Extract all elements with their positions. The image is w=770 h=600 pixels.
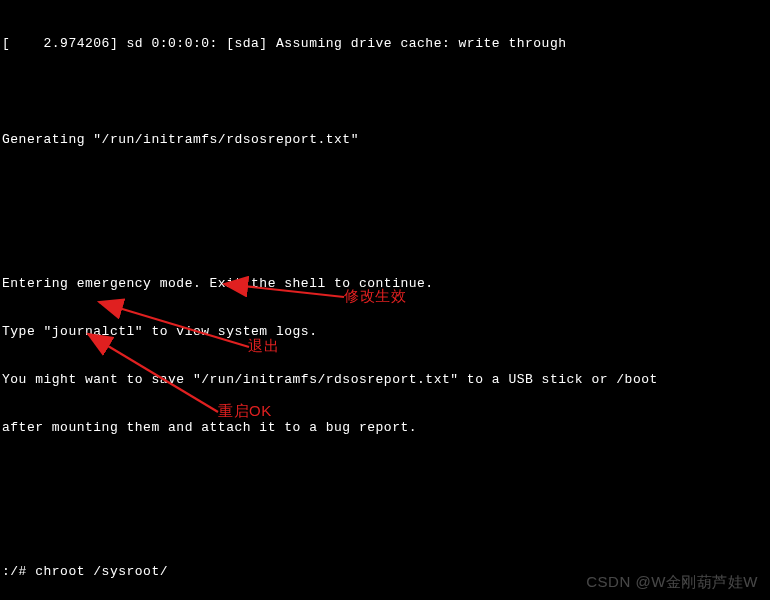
csdn-watermark: CSDN @W金刚葫芦娃W	[586, 573, 758, 592]
annotation-exit: 退出	[248, 337, 279, 356]
blank-line	[2, 468, 768, 484]
blank-line	[2, 516, 768, 532]
journalctl-hint-line: Type "journalctl" to view system logs.	[2, 324, 768, 340]
blank-line	[2, 84, 768, 100]
blank-line	[2, 228, 768, 244]
annotation-modify-effective: 修改生效	[344, 287, 406, 306]
kernel-log-line: [ 2.974206] sd 0:0:0:0: [sda] Assuming d…	[2, 36, 768, 52]
annotation-reboot-ok: 重启OK	[218, 402, 272, 421]
blank-line	[2, 180, 768, 196]
save-report-line-1: You might want to save "/run/initramfs/r…	[2, 372, 768, 388]
save-report-line-2: after mounting them and attach it to a b…	[2, 420, 768, 436]
generating-report-line: Generating "/run/initramfs/rdsosreport.t…	[2, 132, 768, 148]
